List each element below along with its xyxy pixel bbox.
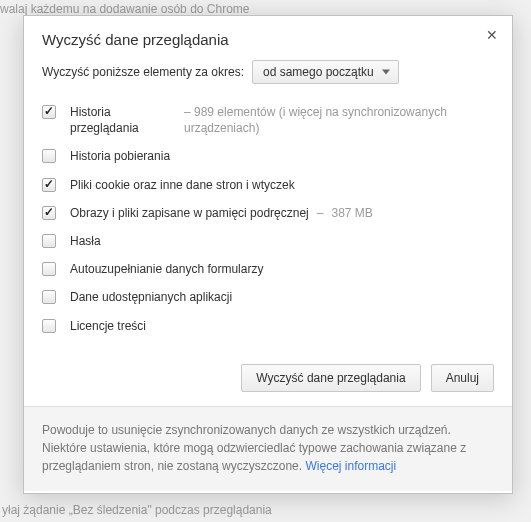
option-checkbox[interactable] bbox=[42, 234, 56, 248]
footer-text: Powoduje to usunięcie zsynchronizowanych… bbox=[42, 423, 466, 473]
option-label: Dane udostępnianych aplikacji bbox=[70, 289, 232, 305]
option-row: Dane udostępnianych aplikacji bbox=[42, 283, 494, 311]
option-checkbox[interactable] bbox=[42, 262, 56, 276]
option-row: Pliki cookie oraz inne dane stron i wtyc… bbox=[42, 171, 494, 199]
option-label: Pliki cookie oraz inne dane stron i wtyc… bbox=[70, 177, 295, 193]
clear-data-button[interactable]: Wyczyść dane przeglądania bbox=[241, 364, 420, 392]
option-label: Licencje treści bbox=[70, 318, 146, 334]
option-row: Licencje treści bbox=[42, 312, 494, 340]
option-checkbox[interactable] bbox=[42, 105, 56, 119]
option-note: 387 MB bbox=[331, 205, 372, 221]
period-select-value: od samego początku bbox=[263, 65, 374, 79]
option-label: Historia przeglądania bbox=[70, 104, 170, 136]
option-row: Obrazy i pliki zapisane w pamięci podręc… bbox=[42, 199, 494, 227]
option-note: – 989 elementów (i więcej na synchronizo… bbox=[184, 104, 494, 136]
option-row: Historia przeglądania– 989 elementów (i … bbox=[42, 98, 494, 142]
period-select[interactable]: od samego początku bbox=[252, 60, 399, 84]
options-list: Historia przeglądania– 989 elementów (i … bbox=[24, 92, 512, 344]
option-checkbox[interactable] bbox=[42, 206, 56, 220]
close-icon[interactable]: ✕ bbox=[486, 28, 498, 42]
background-text-top: walaj każdemu na dodawanie osób do Chrom… bbox=[0, 2, 250, 16]
option-checkbox[interactable] bbox=[42, 319, 56, 333]
button-row: Wyczyść dane przeglądania Anuluj bbox=[24, 344, 512, 406]
option-checkbox[interactable] bbox=[42, 290, 56, 304]
option-checkbox[interactable] bbox=[42, 178, 56, 192]
option-checkbox[interactable] bbox=[42, 149, 56, 163]
cancel-button[interactable]: Anuluj bbox=[431, 364, 494, 392]
clear-data-dialog: Wyczyść dane przeglądania ✕ Wyczyść poni… bbox=[23, 15, 513, 494]
period-label: Wyczyść poniższe elementy za okres: bbox=[42, 65, 244, 79]
option-label: Autouzupełnianie danych formularzy bbox=[70, 261, 263, 277]
option-label: Obrazy i pliki zapisane w pamięci podręc… bbox=[70, 205, 309, 221]
option-label: Hasła bbox=[70, 233, 101, 249]
dialog-footer: Powoduje to usunięcie zsynchronizowanych… bbox=[24, 406, 512, 491]
background-text-bottom: yłaj żądanie „Bez śledzenia" podczas prz… bbox=[2, 503, 272, 517]
option-row: Historia pobierania bbox=[42, 142, 494, 170]
option-row: Autouzupełnianie danych formularzy bbox=[42, 255, 494, 283]
dialog-title: Wyczyść dane przeglądania bbox=[42, 31, 494, 48]
dialog-header: Wyczyść dane przeglądania ✕ bbox=[24, 16, 512, 56]
more-info-link[interactable]: Więcej informacji bbox=[305, 459, 396, 473]
option-label: Historia pobierania bbox=[70, 148, 170, 164]
period-row: Wyczyść poniższe elementy za okres: od s… bbox=[24, 56, 512, 92]
dash-separator: – bbox=[317, 206, 324, 220]
option-label-wrap: Obrazy i pliki zapisane w pamięci podręc… bbox=[70, 205, 373, 221]
option-row: Hasła bbox=[42, 227, 494, 255]
